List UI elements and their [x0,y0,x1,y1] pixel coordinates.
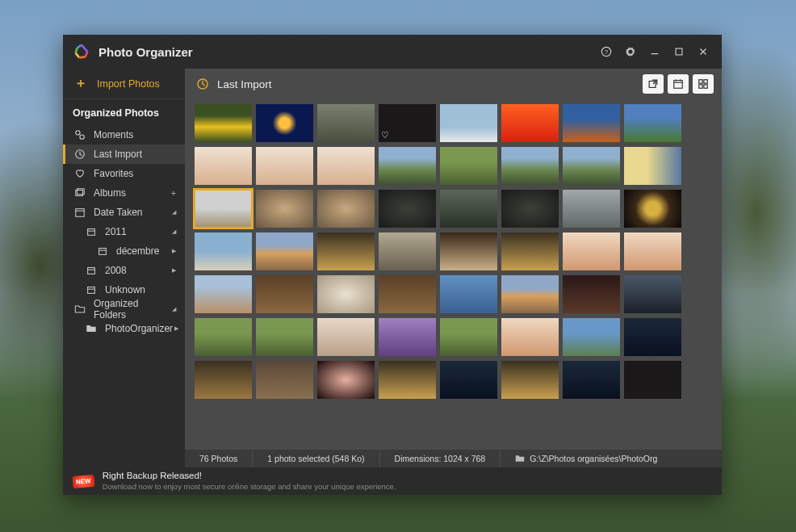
photo-thumbnail[interactable] [563,361,620,399]
photo-thumbnail[interactable] [440,361,497,399]
svg-point-6 [76,131,80,135]
open-external-button[interactable] [643,74,664,94]
photo-thumbnail[interactable] [440,318,497,356]
photo-thumbnail[interactable] [379,190,436,228]
photo-thumbnail[interactable] [624,190,681,228]
photo-thumbnail[interactable] [379,318,436,356]
photo-thumbnail[interactable] [379,275,436,313]
status-bar: 76 Photos 1 photo selected (548 Ko) Dime… [185,450,722,467]
photo-thumbnail[interactable] [501,275,559,313]
promo-bar[interactable]: NEW Right Backup Released! Download now … [63,467,722,495]
sidebar: ＋ Import Photos Organized Photos Moments… [63,69,185,467]
photo-thumbnail[interactable] [317,361,375,399]
maximize-button[interactable] [667,40,691,64]
photo-thumbnail[interactable] [256,147,313,185]
sidebar-item-décembre[interactable]: décembre▶ [63,241,185,261]
svg-rect-11 [76,209,85,217]
photo-thumbnail[interactable] [563,275,620,313]
photo-thumbnail[interactable] [195,275,252,313]
photo-thumbnail[interactable] [195,361,252,399]
add-icon[interactable]: + [167,189,180,198]
photo-thumbnail[interactable] [563,318,620,356]
sidebar-item-unknown[interactable]: Unknown [63,280,185,300]
heart-icon [74,168,86,179]
minimize-button[interactable] [643,40,667,64]
help-button[interactable]: ? [594,40,618,64]
sidebar-item-date-taken[interactable]: Date Taken◢ [63,203,185,222]
sidebar-item-albums[interactable]: Albums+ [63,183,185,203]
photo-thumbnail[interactable] [317,232,375,270]
photo-thumbnail[interactable] [317,275,375,313]
chevron-collapse-icon[interactable]: ◢ [167,209,180,216]
photo-thumbnail[interactable] [317,147,375,185]
photo-thumbnail[interactable] [624,104,681,142]
photo-thumbnail[interactable] [317,318,375,356]
chevron-expand-icon[interactable]: ▶ [167,267,180,274]
photo-thumbnail[interactable] [256,104,313,142]
thumbnail-scroll-area[interactable]: ♡ [185,99,722,450]
svg-point-7 [80,135,84,139]
photo-thumbnail[interactable] [317,104,375,142]
photo-thumbnail[interactable] [195,104,252,142]
photo-thumbnail[interactable] [624,361,681,399]
photo-thumbnail[interactable] [501,104,559,142]
app-logo-icon [73,43,90,61]
photo-thumbnail[interactable] [501,361,559,399]
photo-thumbnail[interactable] [501,318,559,356]
svg-rect-13 [88,229,95,236]
photo-thumbnail[interactable] [624,147,681,185]
grid-view-button[interactable] [693,74,714,94]
photo-thumbnail[interactable] [501,147,559,185]
import-photos-button[interactable]: ＋ Import Photos [63,69,185,99]
svg-rect-29 [699,85,702,88]
svg-rect-3 [676,48,682,55]
photo-thumbnail[interactable] [317,190,375,228]
photo-thumbnail[interactable] [256,190,313,228]
photo-thumbnail[interactable] [195,318,252,356]
photo-thumbnail[interactable] [256,275,313,313]
photo-thumbnail[interactable] [440,232,497,270]
photo-thumbnail[interactable] [440,104,497,142]
chevron-collapse-icon[interactable]: ◢ [167,228,180,235]
close-button[interactable] [691,40,715,64]
photo-thumbnail[interactable] [440,147,497,185]
calendar-sm-icon [97,245,108,257]
photo-thumbnail[interactable] [379,147,436,185]
photo-thumbnail[interactable] [379,232,436,270]
sidebar-item-2011[interactable]: 2011◢ [63,222,185,241]
photo-thumbnail[interactable] [624,232,681,270]
sidebar-item-2008[interactable]: 2008▶ [63,261,185,280]
photo-thumbnail[interactable] [195,190,252,228]
photo-thumbnail[interactable] [440,190,497,228]
sidebar-item-photoorganizer[interactable]: PhotoOrganizer▶ [63,319,185,338]
photo-thumbnail[interactable] [501,190,559,228]
status-path: G:\Z\Photos organisées\PhotoOrg [501,450,722,467]
photo-thumbnail[interactable] [256,232,313,270]
photo-thumbnail[interactable]: ♡ [379,104,436,142]
sidebar-item-last-import[interactable]: Last Import [63,145,185,164]
photo-thumbnail[interactable] [624,318,681,356]
photo-thumbnail[interactable] [563,190,620,228]
chevron-expand-icon[interactable]: ▶ [167,248,180,254]
sidebar-item-favorites[interactable]: Favorites [63,164,185,183]
photo-thumbnail[interactable] [440,275,497,313]
settings-button[interactable] [618,40,643,64]
sidebar-item-moments[interactable]: Moments [63,125,185,145]
photo-thumbnail[interactable] [501,232,559,270]
photo-thumbnail[interactable] [256,361,313,399]
chevron-expand-icon[interactable]: ▶ [173,325,180,332]
calendar-view-button[interactable] [668,74,689,94]
import-label: Import Photos [97,78,160,90]
photo-thumbnail[interactable] [563,104,620,142]
chevron-collapse-icon[interactable]: ◢ [167,306,180,312]
photo-thumbnail[interactable] [379,361,436,399]
sidebar-item-label: Moments [94,129,185,140]
photo-thumbnail[interactable] [256,318,313,356]
photo-thumbnail[interactable] [563,232,620,270]
photo-thumbnail[interactable] [563,147,620,185]
albums-icon [74,187,86,199]
sidebar-item-organized-folders[interactable]: Organized Folders◢ [63,300,185,319]
photo-thumbnail[interactable] [195,147,252,185]
photo-thumbnail[interactable] [624,275,681,313]
photo-thumbnail[interactable] [195,232,252,270]
